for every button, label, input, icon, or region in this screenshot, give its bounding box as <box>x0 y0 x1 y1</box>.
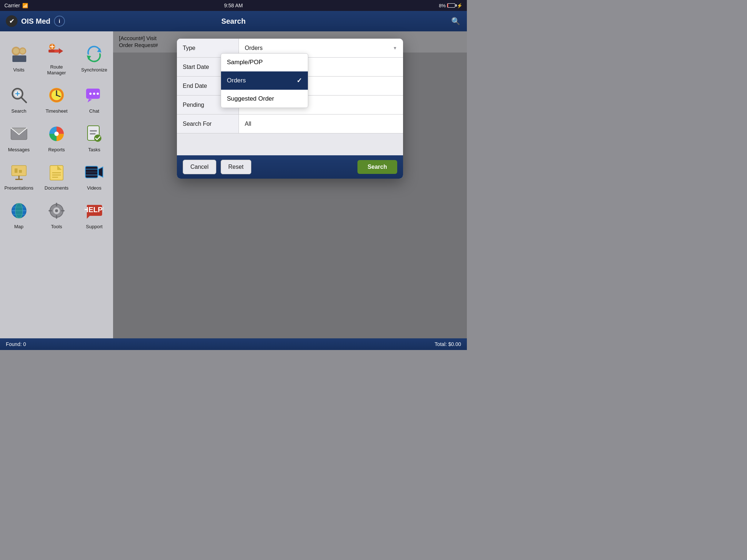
search-button[interactable]: Search <box>357 160 397 174</box>
battery-indicator <box>447 3 455 8</box>
dropdown-option-suggested-order[interactable]: Suggested Order <box>221 90 308 108</box>
sidebar-item-chat[interactable]: Chat <box>76 79 113 118</box>
svg-point-4 <box>13 48 19 54</box>
svg-rect-7 <box>54 50 59 52</box>
map-label: Map <box>14 224 23 230</box>
status-bar-time: 9:58 AM <box>224 3 243 8</box>
sidebar: Visits RouteManager <box>0 31 113 338</box>
svg-rect-3 <box>19 55 26 62</box>
sidebar-item-messages[interactable]: Messages <box>0 118 38 156</box>
reports-label: Reports <box>48 147 65 153</box>
synchronize-icon <box>83 43 105 65</box>
type-dropdown-popup: Sample/POP Orders ✓ Suggested Order <box>221 53 308 108</box>
svg-point-5 <box>20 48 25 54</box>
map-icon <box>8 200 30 222</box>
sidebar-item-support[interactable]: HELP! Support <box>76 195 113 233</box>
presentations-icon <box>8 161 30 183</box>
modal-footer: Cancel Reset Search <box>177 155 403 179</box>
sidebar-item-tasks[interactable]: Tasks <box>76 118 113 156</box>
sidebar-item-visits[interactable]: Visits <box>0 35 38 79</box>
svg-point-24 <box>56 94 57 96</box>
presentations-label: Presentations <box>4 185 34 191</box>
sidebar-item-route-manager[interactable]: RouteManager <box>38 35 75 79</box>
sidebar-item-reports[interactable]: Reports <box>38 118 75 156</box>
svg-rect-66 <box>56 203 57 206</box>
sidebar-item-map[interactable]: Map <box>0 195 38 233</box>
visits-icon <box>8 43 30 65</box>
sidebar-item-presentations[interactable]: Presentations <box>0 156 38 195</box>
type-dropdown-arrow: ▼ <box>393 46 397 51</box>
synchronize-label: Synchronize <box>81 67 108 73</box>
orders-label: Orders <box>227 77 246 84</box>
svg-marker-8 <box>59 48 63 54</box>
form-row-type: Type Orders ▼ Sample/POP Orders <box>177 39 403 58</box>
suggested-order-label: Suggested Order <box>227 95 274 102</box>
timesheet-label: Timesheet <box>46 108 67 114</box>
header-left: ✔ OIS Med i <box>6 15 65 27</box>
tools-icon <box>46 200 67 222</box>
search-sidebar-label: Search <box>11 108 26 114</box>
main-content: Visits RouteManager <box>0 31 467 338</box>
reports-icon <box>46 123 67 145</box>
wifi-icon: 📶 <box>22 3 28 8</box>
modal-overlay: Type Orders ▼ Sample/POP Orders <box>113 31 467 338</box>
sidebar-item-videos[interactable]: Videos <box>76 156 113 195</box>
search-modal: Type Orders ▼ Sample/POP Orders <box>177 39 403 179</box>
visits-label: Visits <box>13 67 24 73</box>
svg-rect-37 <box>90 130 97 132</box>
chat-icon <box>83 84 105 106</box>
info-icon[interactable]: i <box>54 16 65 27</box>
form-row-search-for: Search For All <box>177 114 403 133</box>
found-count: Found: 0 <box>6 341 26 347</box>
modal-spacer <box>177 133 403 155</box>
support-label: Support <box>86 224 103 230</box>
app-title: OIS Med <box>21 17 50 26</box>
svg-point-29 <box>97 93 99 95</box>
carrier-label: Carrier <box>4 3 20 8</box>
messages-icon <box>8 123 30 145</box>
tasks-label: Tasks <box>88 147 100 153</box>
svg-rect-69 <box>61 210 65 211</box>
route-manager-label: RouteManager <box>47 64 66 75</box>
search-for-value[interactable]: All <box>239 116 403 132</box>
reset-button[interactable]: Reset <box>221 160 251 174</box>
sidebar-item-search[interactable]: Search <box>0 79 38 118</box>
dropdown-option-sample-pop[interactable]: Sample/POP <box>221 54 308 71</box>
search-sidebar-icon <box>8 84 30 106</box>
lightning-icon: ⚡ <box>457 3 462 8</box>
status-bar-left: Carrier 📶 <box>4 3 28 8</box>
svg-rect-45 <box>19 170 22 173</box>
cancel-button[interactable]: Cancel <box>183 160 216 174</box>
svg-rect-67 <box>56 215 57 219</box>
type-selected-value: Orders <box>245 45 263 51</box>
documents-icon <box>46 161 67 183</box>
sidebar-item-tools[interactable]: Tools <box>38 195 75 233</box>
sidebar-item-synchronize[interactable]: Synchronize <box>76 35 113 79</box>
svg-rect-1 <box>12 55 20 62</box>
bottom-bar: Found: 0 Total: $0.00 <box>0 338 467 350</box>
main-header: ✔ OIS Med i Search 🔍 <box>0 11 467 31</box>
videos-label: Videos <box>87 185 102 191</box>
dropdown-option-orders[interactable]: Orders ✓ <box>221 71 308 90</box>
svg-rect-38 <box>90 133 96 135</box>
svg-marker-26 <box>88 99 92 102</box>
tools-label: Tools <box>51 224 62 230</box>
chat-label: Chat <box>89 108 99 114</box>
svg-point-27 <box>89 93 92 95</box>
sidebar-item-timesheet[interactable]: Timesheet <box>38 79 75 118</box>
battery-percent: 8% <box>439 3 446 8</box>
svg-line-15 <box>21 97 26 102</box>
videos-icon <box>83 161 105 183</box>
header-search-icon[interactable]: 🔍 <box>450 16 461 27</box>
sidebar-item-documents[interactable]: Documents <box>38 156 75 195</box>
svg-point-34 <box>54 132 59 136</box>
svg-text:HELP!: HELP! <box>85 206 104 214</box>
status-bar-right: 8% ⚡ <box>439 3 462 8</box>
footer-left-buttons: Cancel Reset <box>183 160 253 174</box>
timesheet-icon <box>46 84 67 106</box>
svg-rect-68 <box>49 210 52 211</box>
svg-marker-53 <box>98 167 103 177</box>
documents-label: Documents <box>44 185 69 191</box>
total-amount: Total: $0.00 <box>435 341 461 347</box>
route-manager-icon <box>46 40 67 62</box>
